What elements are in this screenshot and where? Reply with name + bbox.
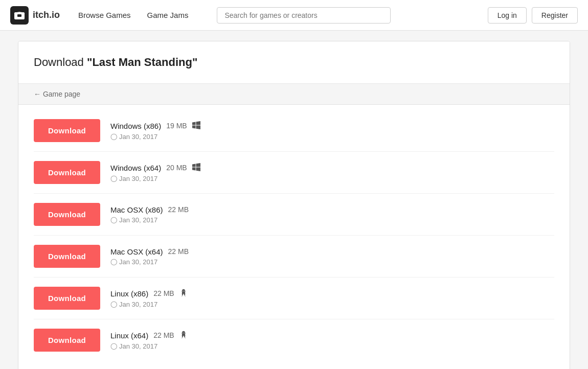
search-container	[217, 7, 391, 24]
download-button-win-x86[interactable]: Download	[34, 119, 100, 142]
download-info: Linux (x64) 22 MB ◯ Jan 30, 2017	[110, 331, 188, 350]
download-button-mac-x86[interactable]: Download	[34, 203, 100, 226]
download-size: 22 MB	[153, 331, 174, 339]
download-size: 20 MB	[166, 164, 187, 172]
svg-line-12	[182, 337, 182, 338]
back-to-game-link[interactable]: ← Game page	[34, 90, 80, 98]
svg-line-5	[182, 295, 182, 296]
download-button-linux-x86[interactable]: Download	[34, 287, 100, 310]
download-date: ◯ Jan 30, 2017	[110, 133, 200, 141]
logo-icon	[10, 6, 29, 25]
navbar: itch.io Browse Games Game Jams Log in Re…	[0, 0, 588, 31]
clock-icon: ◯	[110, 133, 117, 140]
download-date: ◯ Jan 30, 2017	[110, 258, 194, 266]
clock-icon: ◯	[110, 216, 117, 223]
download-info: Mac OSX (x64) 22 MB ◯ Jan 30, 2017	[110, 247, 194, 266]
download-date: ◯ Jan 30, 2017	[110, 175, 200, 182]
download-item: Download Linux (x64) 22 MB	[34, 319, 554, 361]
svg-point-4	[184, 292, 185, 295]
download-date-text: Jan 30, 2017	[119, 301, 157, 308]
download-info: Windows (x64) 20 MB ◯ Jan 30, 2017	[110, 163, 200, 182]
clock-icon: ◯	[110, 301, 117, 308]
download-size: 19 MB	[166, 122, 187, 130]
card-nav: ← Game page	[18, 84, 570, 105]
download-info: Linux (x86) 22 MB ◯ Jan 30, 2017	[110, 289, 188, 308]
download-name-row: Linux (x64) 22 MB	[110, 331, 188, 340]
login-button[interactable]: Log in	[488, 7, 527, 24]
search-input[interactable]	[217, 7, 391, 24]
svg-point-14	[183, 333, 183, 333]
download-list: Download Windows (x86) 19 MB ◯ Jan 30, 2…	[18, 105, 570, 369]
download-name: Linux (x64)	[110, 331, 148, 340]
download-date: ◯ Jan 30, 2017	[110, 301, 188, 308]
download-date-text: Jan 30, 2017	[119, 175, 157, 182]
download-date-text: Jan 30, 2017	[119, 216, 157, 224]
title-game: "Last Man Standing"	[87, 56, 197, 68]
linux-icon	[179, 331, 188, 340]
download-name-row: Linux (x86) 22 MB	[110, 289, 188, 298]
download-info: Mac OSX (x86) 22 MB ◯ Jan 30, 2017	[110, 205, 194, 224]
download-info: Windows (x86) 19 MB ◯ Jan 30, 2017	[110, 121, 200, 141]
svg-point-8	[184, 291, 184, 291]
download-button-win-x64[interactable]: Download	[34, 161, 100, 184]
clock-icon: ◯	[110, 175, 117, 182]
navbar-links: Browse Games Game Jams	[70, 11, 196, 19]
clock-icon: ◯	[110, 342, 117, 350]
download-name: Windows (x64)	[110, 164, 161, 172]
download-date: ◯ Jan 30, 2017	[110, 216, 194, 224]
download-item: Download Mac OSX (x64) 22 MB ◯ Jan 30, 2…	[34, 236, 554, 278]
download-size: 22 MB	[168, 247, 189, 256]
download-date-text: Jan 30, 2017	[119, 342, 157, 350]
svg-rect-1	[17, 14, 21, 17]
download-button-mac-x64[interactable]: Download	[34, 245, 100, 268]
title-prefix: Download	[34, 56, 87, 68]
download-item: Download Windows (x86) 19 MB ◯ Jan 30, 2…	[34, 110, 554, 152]
download-item: Download Windows (x64) 20 MB ◯ Jan 30, 2…	[34, 152, 554, 194]
card-header: Download "Last Man Standing"	[18, 41, 570, 84]
windows-icon	[192, 121, 200, 131]
download-name-row: Windows (x86) 19 MB	[110, 121, 200, 131]
download-name: Windows (x86)	[110, 122, 161, 130]
svg-line-13	[185, 337, 185, 338]
svg-line-6	[185, 295, 185, 296]
linux-icon	[179, 289, 188, 298]
nav-game-jams[interactable]: Game Jams	[139, 11, 197, 19]
download-card: Download "Last Man Standing" ← Game page…	[18, 41, 570, 369]
download-name-row: Windows (x64) 20 MB	[110, 163, 200, 173]
download-size: 22 MB	[153, 289, 174, 297]
download-name-row: Mac OSX (x64) 22 MB	[110, 247, 194, 256]
main-content: Download "Last Man Standing" ← Game page…	[13, 31, 575, 369]
download-name: Mac OSX (x64)	[110, 247, 163, 256]
logo[interactable]: itch.io	[10, 6, 60, 25]
download-size: 22 MB	[168, 205, 189, 214]
download-item: Download Mac OSX (x86) 22 MB ◯ Jan 30, 2…	[34, 194, 554, 236]
svg-point-10	[182, 334, 183, 337]
download-name-row: Mac OSX (x86) 22 MB	[110, 205, 194, 214]
svg-point-15	[184, 333, 184, 333]
logo-text: itch.io	[33, 10, 60, 20]
download-item: Download Linux (x86) 22 MB	[34, 278, 554, 319]
download-date: ◯ Jan 30, 2017	[110, 342, 188, 350]
svg-point-11	[184, 334, 185, 337]
svg-point-7	[183, 291, 183, 291]
nav-browse-games[interactable]: Browse Games	[70, 11, 139, 19]
download-name: Linux (x86)	[110, 289, 148, 298]
download-date-text: Jan 30, 2017	[119, 258, 157, 266]
page-title: Download "Last Man Standing"	[34, 56, 554, 69]
windows-icon	[192, 163, 200, 173]
clock-icon: ◯	[110, 258, 117, 265]
download-button-linux-x64[interactable]: Download	[34, 329, 100, 352]
register-button[interactable]: Register	[532, 7, 578, 24]
download-name: Mac OSX (x86)	[110, 205, 163, 214]
navbar-actions: Log in Register	[488, 7, 578, 24]
download-date-text: Jan 30, 2017	[119, 133, 157, 141]
svg-point-3	[182, 292, 183, 295]
